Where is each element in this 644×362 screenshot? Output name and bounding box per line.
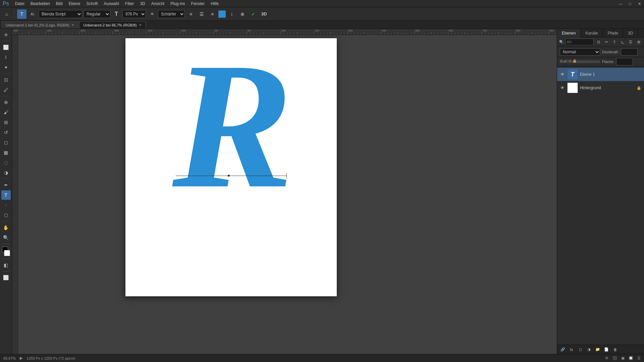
quick-mask-button[interactable]: ◧ [1, 260, 11, 270]
align-left-button[interactable]: ≡ [186, 9, 196, 19]
delete-layer-button[interactable]: 🗑 [611, 346, 619, 353]
panel-icon3[interactable]: T [611, 39, 618, 46]
doc-info: 1250 Px x 1250 Px (72 ppcm) [26, 356, 75, 360]
crop-tool[interactable]: ⊡ [1, 75, 11, 84]
lock-position-button[interactable]: ✛ [569, 59, 571, 63]
cursor-dot [228, 175, 230, 177]
layer-visibility-toggle-2[interactable]: 👁 [560, 85, 565, 90]
lasso-tool[interactable]: ⌇ [1, 53, 11, 62]
text-tool-button[interactable]: T [17, 9, 26, 19]
menu-filter[interactable]: Filter [122, 1, 137, 7]
blend-mode-select[interactable]: Normal [560, 48, 600, 56]
font-size-select[interactable]: 976 Px [122, 10, 146, 18]
text-tool[interactable]: T [1, 190, 11, 200]
brush-tool[interactable]: 🖌 [1, 108, 11, 117]
menu-ansicht[interactable]: Ansicht [149, 1, 167, 7]
statusbar-icon3[interactable]: ▣ [621, 356, 625, 360]
anti-alias-select[interactable]: Schärfer [158, 10, 185, 18]
menu-3d[interactable]: 3D [138, 1, 148, 7]
3d-button[interactable]: ↕ [227, 9, 236, 19]
commit-button[interactable]: ✓ [249, 9, 258, 19]
stamp-tool[interactable]: ⊞ [1, 118, 11, 127]
font-family-select[interactable]: Blenda Script [39, 10, 82, 18]
tab-2[interactable]: Unbenannt-2 bei 66,7% (RGB/8) ✕ [79, 21, 146, 28]
menu-ebene[interactable]: Ebene [66, 1, 83, 7]
magic-wand-tool[interactable]: ✦ [1, 63, 11, 72]
fill-input[interactable]: 100% [616, 58, 633, 65]
panel-icon4[interactable]: ◺ [619, 39, 626, 46]
add-mask-button[interactable]: ◻ [577, 346, 584, 353]
tab-1[interactable]: Unbenannt-1 bei 41,2% (Logo, RGB/8) ✕ [1, 21, 78, 28]
3d-text-button[interactable]: 3D [259, 9, 269, 19]
zoom-tool[interactable]: 🔍 [1, 233, 11, 242]
statusbar-icon5[interactable]: ☰ [637, 356, 641, 360]
shape-tool[interactable]: ⬡ [1, 210, 11, 220]
minimize-button[interactable]: — [616, 0, 625, 7]
panel-tab-ebenen[interactable]: Ebenen [557, 29, 581, 38]
layer-search-input[interactable] [565, 39, 594, 45]
menu-auswahl[interactable]: Auswahl [101, 1, 121, 7]
menu-fenster[interactable]: Fenster [189, 1, 208, 7]
gradient-tool[interactable]: ▦ [1, 148, 11, 157]
panel-icon5[interactable]: ☰ [627, 39, 634, 46]
layer-effects-button[interactable]: fx [568, 346, 575, 353]
character-button[interactable]: A⃝ [28, 9, 37, 19]
svg-text:850: 850 [516, 29, 521, 32]
warp-text-button[interactable]: ⊕ [238, 9, 247, 19]
dodge-tool[interactable]: ◑ [1, 168, 11, 177]
tab-2-close[interactable]: ✕ [139, 23, 142, 27]
home-button[interactable]: ⌂ [2, 9, 11, 19]
panel-tab-3d[interactable]: 3D [623, 29, 638, 38]
panel-bottom-toolbar: 🔗 fx ◻ ◑ 📁 📄 🗑 [557, 345, 644, 354]
new-layer-button[interactable]: 📄 [603, 346, 610, 353]
menu-datei[interactable]: Datei [12, 1, 27, 7]
svg-text:-150: -150 [180, 29, 186, 32]
add-adjustment-button[interactable]: ◑ [585, 346, 593, 353]
eraser-tool[interactable]: ◻ [1, 138, 11, 147]
panel-icon2[interactable]: ✏ [603, 39, 610, 46]
link-layers-button[interactable]: 🔗 [559, 346, 567, 353]
hand-tool[interactable]: ✋ [1, 223, 11, 232]
lock-image-button[interactable]: 🖌 [564, 59, 567, 63]
statusbar-icon2[interactable]: ⬛ [612, 356, 617, 360]
new-group-button[interactable]: 📁 [594, 346, 601, 353]
layer-visibility-toggle-1[interactable]: 👁 [560, 72, 565, 77]
lock-transparent-button[interactable]: ⊡ [560, 59, 562, 63]
history-brush-tool[interactable]: ↺ [1, 128, 11, 137]
canvas-area[interactable]: R [18, 35, 557, 354]
layer-item-hintergrund[interactable]: 👁 Hintergrund 🔒 [557, 81, 644, 95]
menu-hilfe[interactable]: Hilfe [208, 1, 221, 7]
menu-plugins[interactable]: Plug-ins [168, 1, 187, 7]
background-color[interactable] [4, 250, 10, 256]
layer-item-ebene1[interactable]: 👁 T Ebene 1 [557, 68, 644, 81]
panel-icon1[interactable]: ⊡ [595, 39, 602, 46]
panel-icon6[interactable]: ⊞ [635, 39, 642, 46]
statusbar-icon1[interactable]: ⚙ [605, 356, 608, 360]
svg-rect-199 [12, 35, 18, 354]
align-center-button[interactable]: ☰ [197, 9, 206, 19]
eyedropper-tool[interactable]: 🖊 [1, 85, 11, 95]
panel-tab-kanaele[interactable]: Kanäle [581, 29, 603, 38]
lock-all-button[interactable]: 🔒 [573, 59, 577, 63]
opacity-input[interactable]: 100% [621, 48, 638, 56]
menu-bild[interactable]: Bild [53, 1, 65, 7]
tab-1-close[interactable]: ✕ [71, 23, 74, 27]
panel-tab-pfade[interactable]: Pfade [603, 29, 623, 38]
font-style-select[interactable]: Regular [84, 10, 110, 18]
menu-schrift[interactable]: Schrift [84, 1, 100, 7]
pen-tool[interactable]: ✒ [1, 180, 11, 190]
svg-text:750: 750 [482, 29, 487, 32]
close-button[interactable]: ✕ [635, 0, 644, 7]
blur-tool[interactable]: ◌ [1, 158, 11, 167]
menu-bearbeiten[interactable]: Bearbeiten [28, 1, 53, 7]
move-tool[interactable]: ✛ [1, 30, 11, 40]
text-color-swatch[interactable] [218, 10, 226, 18]
main-area: ✛ ⬜ ⌇ ✦ ⊡ 🖊 ⊕ 🖌 ⊞ ↺ ◻ ▦ ◌ ◑ ✒ T ⬝ ⬡ ✋ 🔍 … [0, 29, 644, 354]
screen-mode-button[interactable]: ⬜ [1, 273, 11, 282]
rectangle-select-tool[interactable]: ⬜ [1, 43, 11, 52]
maximize-button[interactable]: □ [625, 0, 635, 7]
statusbar-icon4[interactable]: 🔲 [629, 356, 633, 360]
align-right-button[interactable]: ≡ [208, 9, 217, 19]
healing-brush-tool[interactable]: ⊕ [1, 98, 11, 107]
path-select-tool[interactable]: ⬝ [1, 200, 11, 210]
